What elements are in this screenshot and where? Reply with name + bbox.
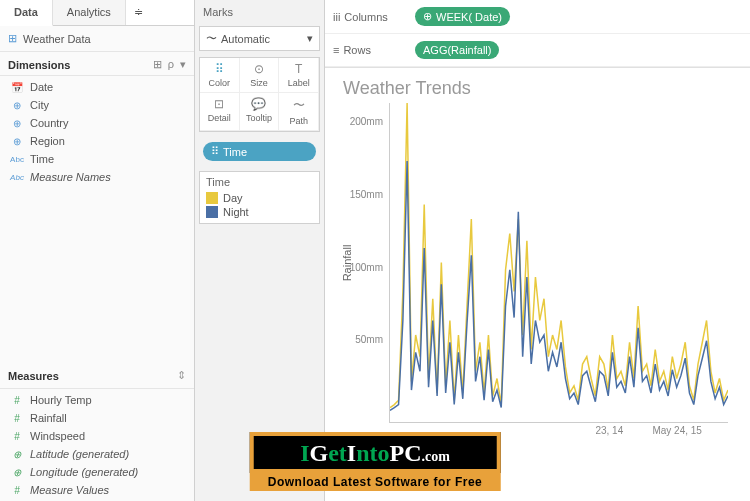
marks-type-dropdown[interactable]: 〜Automatic ▾ [199,26,320,51]
field-measure-names[interactable]: AbcMeasure Names [0,168,194,186]
number-icon: # [10,395,24,406]
field-region[interactable]: ⊕Region [0,132,194,150]
tab-data[interactable]: Data [0,0,53,26]
rows-pill[interactable]: AGG(Rainfall) [415,41,499,59]
globe-icon: ⊕ [10,118,24,129]
measures-header: Measures ⇕ [0,361,194,389]
field-label: Region [30,135,65,147]
marks-title: Marks [199,4,320,20]
mark-cell-label: Size [250,78,268,88]
view-grid-icon[interactable]: ⊞ [153,58,162,71]
datasource-row[interactable]: ⊞ Weather Data [0,26,194,52]
field-label: Measure Values [30,484,109,496]
tab-analytics[interactable]: Analytics [53,0,126,25]
field-hourly-temp[interactable]: #Hourly Temp [0,391,194,409]
y-tick: 200mm [350,116,383,127]
database-icon: ⊞ [8,32,17,45]
number-icon: # [10,413,24,424]
field-label: Windspeed [30,430,85,442]
marks-type-label: Automatic [221,33,270,45]
panel-tabs: Data Analytics ≑ [0,0,194,26]
globe-icon: ⊕ [10,100,24,111]
line-chart-svg [390,103,728,422]
color-dots-icon: ⠿ [211,145,219,158]
label-icon: T [281,62,316,76]
line-icon: 〜 [206,31,217,46]
marks-grid: ⠿Color ⊙Size TLabel ⊡Detail 💬Tooltip 〜Pa… [199,57,320,132]
mark-cell-label: Path [289,116,308,126]
x-tick: May 24, 15 [652,425,701,436]
marks-pill-time[interactable]: ⠿ Time [203,142,316,161]
field-label: Longitude (generated) [30,466,138,478]
resize-handle-icon[interactable]: ⇕ [177,367,186,384]
field-city[interactable]: ⊕City [0,96,194,114]
field-time[interactable]: AbcTime [0,150,194,168]
viz-area: iiiColumns ⊕WEEK( Date) ≡Rows AGG(Rainfa… [325,0,750,501]
field-label: Country [30,117,69,129]
path-icon: 〜 [281,97,316,114]
dimensions-header: Dimensions ⊞ ρ ▾ [0,52,194,76]
globe-icon: ⊕ [10,449,24,460]
pill-label: WEEK( Date) [436,11,502,23]
abc-icon: Abc [10,173,24,182]
search-icon[interactable]: ρ [168,58,174,71]
marks-panel: Marks 〜Automatic ▾ ⠿Color ⊙Size TLabel ⊡… [195,0,325,501]
calendar-icon: 📅 [10,82,24,93]
measures-title: Measures [8,370,59,382]
shelf-label-text: Rows [343,44,371,56]
swatch-night [206,206,218,218]
number-icon: # [10,485,24,496]
marks-tooltip[interactable]: 💬Tooltip [240,93,280,131]
field-date[interactable]: 📅Date [0,78,194,96]
chevron-down-icon: ▾ [307,32,313,45]
field-longitude[interactable]: ⊕Longitude (generated) [0,463,194,481]
tab-menu-icon[interactable]: ≑ [126,0,151,25]
x-axis: 23, 14 May 24, 15 [389,425,728,443]
field-rainfall[interactable]: #Rainfall [0,409,194,427]
columns-pill[interactable]: ⊕WEEK( Date) [415,7,510,26]
field-country[interactable]: ⊕Country [0,114,194,132]
y-tick: 50mm [355,334,383,345]
legend-item-night[interactable]: Night [206,205,313,219]
legend-item-day[interactable]: Day [206,191,313,205]
columns-shelf[interactable]: iiiColumns ⊕WEEK( Date) [325,0,750,34]
abc-icon: Abc [10,155,24,164]
mark-cell-label: Tooltip [246,113,272,123]
dimensions-list: 📅Date ⊕City ⊕Country ⊕Region AbcTime Abc… [0,76,194,188]
tooltip-icon: 💬 [242,97,277,111]
columns-icon: iii [333,11,340,23]
field-label: Measure Names [30,171,111,183]
pill-label: Time [223,146,247,158]
detail-icon: ⊡ [202,97,237,111]
legend-title: Time [206,176,313,188]
marks-path[interactable]: 〜Path [279,93,319,131]
chart[interactable]: Rainfall 50mm 100mm 150mm 200mm 23, 14 M… [343,103,732,443]
marks-size[interactable]: ⊙Size [240,58,280,93]
field-label: Hourly Temp [30,394,92,406]
chart-region: Weather Trends Rainfall 50mm 100mm 150mm… [325,68,750,501]
legend-label: Night [223,206,249,218]
swatch-day [206,192,218,204]
plot-area[interactable] [389,103,728,423]
menu-caret-icon[interactable]: ▾ [180,58,186,71]
color-legend: Time Day Night [199,171,320,224]
marks-detail[interactable]: ⊡Detail [200,93,240,131]
y-axis: Rainfall 50mm 100mm 150mm 200mm [343,103,387,423]
data-panel: Data Analytics ≑ ⊞ Weather Data Dimensio… [0,0,195,501]
marks-color[interactable]: ⠿Color [200,58,240,93]
field-label: Latitude (generated) [30,448,129,460]
rows-shelf[interactable]: ≡Rows AGG(Rainfall) [325,34,750,67]
size-icon: ⊙ [242,62,277,76]
marks-label[interactable]: TLabel [279,58,319,93]
shelf-label-text: Columns [344,11,387,23]
shelves: iiiColumns ⊕WEEK( Date) ≡Rows AGG(Rainfa… [325,0,750,68]
color-icon: ⠿ [202,62,237,76]
mark-cell-label: Color [209,78,231,88]
x-tick: 23, 14 [595,425,623,436]
field-measure-values[interactable]: #Measure Values [0,481,194,499]
mark-cell-label: Detail [208,113,231,123]
legend-label: Day [223,192,243,204]
field-latitude[interactable]: ⊕Latitude (generated) [0,445,194,463]
chart-title[interactable]: Weather Trends [343,78,732,99]
field-windspeed[interactable]: #Windspeed [0,427,194,445]
